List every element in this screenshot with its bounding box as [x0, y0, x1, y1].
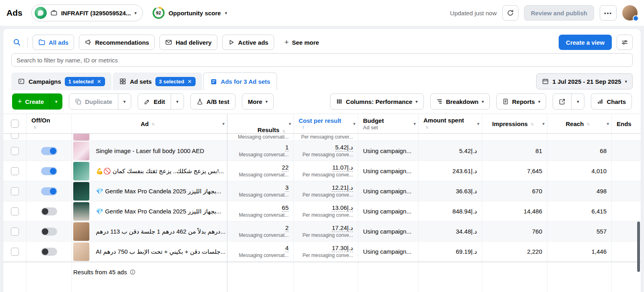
ad-thumbnail	[73, 182, 89, 201]
results-value[interactable]: 3	[285, 184, 289, 192]
filter-see-more[interactable]: + See more	[279, 35, 325, 50]
filter-had-delivery[interactable]: Had delivery	[159, 35, 217, 50]
report-icon	[502, 98, 509, 105]
column-impressions[interactable]: Impressions ↑↓ ▾	[482, 114, 547, 133]
chevron-down-icon: ▾	[353, 121, 355, 126]
date-range-picker[interactable]: 1 Jul 2025 - 21 Sep 2025 ▾	[536, 73, 633, 89]
edit-button-group: Edit ▾	[138, 93, 184, 110]
ad-status-toggle[interactable]	[41, 228, 57, 236]
create-view-button[interactable]: Create a view	[559, 35, 612, 50]
results-value[interactable]: 1	[285, 144, 289, 151]
ad-status-toggle[interactable]	[41, 207, 57, 215]
column-cost-per-result[interactable]: Cost per result ↑ ▾	[294, 114, 358, 133]
table-row: Single image - Laser full body 1000 AED …	[3, 141, 641, 161]
ad-name[interactable]: درهم بدلاً من 462 درهم 1 جلسة دقن ب 113 …	[96, 228, 225, 235]
tab-campaigns[interactable]: Campaigns 1 selected ✕	[11, 72, 111, 90]
edit-button[interactable]: Edit	[138, 94, 171, 109]
ad-name[interactable]: 💎 Gentle Max Pro Candela 2025 بجهاز اللي…	[96, 208, 221, 215]
column-reach[interactable]: Reach ↑↓ ▾	[547, 114, 612, 133]
filter-recommendations[interactable]: Recommendations	[79, 35, 155, 50]
tab-ad-sets[interactable]: Ad sets 3 selected ✕	[113, 72, 202, 90]
cost-per-result-value[interactable]: 12.21د.إ	[332, 184, 353, 192]
ad-thumbnail	[73, 134, 89, 141]
results-value[interactable]: 22	[282, 164, 289, 172]
cost-per-result-value[interactable]: 13.06د.إ	[332, 204, 353, 212]
results-value[interactable]: 2	[285, 224, 289, 232]
column-label: Off/On	[31, 117, 50, 124]
ads-icon	[210, 78, 217, 85]
ad-name[interactable]: AI جلسات دقن + بكيني + تحت الإبط ب 750 د…	[96, 248, 225, 255]
search-icon[interactable]	[11, 38, 23, 46]
cost-per-result-value[interactable]: 17.30د.إ	[332, 244, 353, 252]
chart-icon	[597, 98, 603, 105]
row-checkbox[interactable]	[11, 167, 19, 175]
column-budget[interactable]: Budget Ad set ▾	[358, 114, 419, 133]
export-dropdown-button[interactable]: ▾	[571, 94, 584, 109]
account-selector[interactable]: INFRAFIT (3295059524... ▾	[31, 4, 143, 21]
row-checkbox[interactable]	[11, 248, 19, 256]
info-icon[interactable]	[130, 269, 136, 275]
ab-test-button[interactable]: A/B test	[190, 93, 235, 110]
row-checkbox[interactable]	[11, 134, 19, 139]
search-input[interactable]	[11, 53, 633, 67]
ad-status-toggle[interactable]	[41, 187, 57, 195]
vertical-scrollbar[interactable]	[637, 222, 640, 272]
ad-name[interactable]: Single image - Laser full body 1000 AED	[96, 147, 204, 154]
filter-all-ads[interactable]: All ads	[33, 35, 74, 50]
column-off-on[interactable]: Off/On ↑↓	[27, 114, 72, 133]
export-button-group: ▾	[553, 93, 584, 110]
create-dropdown-button[interactable]: ▾	[50, 93, 62, 110]
reports-button[interactable]: Reports ▾	[496, 93, 546, 110]
column-ad[interactable]: Ad ↑↓ ▾	[72, 114, 227, 133]
refresh-button[interactable]	[502, 5, 518, 21]
row-checkbox[interactable]	[11, 228, 19, 236]
columns-button[interactable]: Columns: Performance ▾	[330, 93, 424, 110]
clear-selection-icon[interactable]: ✕	[97, 79, 101, 84]
review-publish-button[interactable]: Review and publish	[524, 5, 594, 21]
more-options-button[interactable]: •••	[600, 5, 617, 21]
row-checkbox[interactable]	[11, 147, 19, 155]
column-label: Impressions	[492, 120, 528, 127]
user-avatar[interactable]	[622, 5, 638, 21]
megaphone-icon	[85, 39, 92, 46]
cost-per-result-value[interactable]: 5.42د.إ	[335, 144, 353, 151]
edit-dropdown-button[interactable]: ▾	[171, 94, 184, 109]
updated-status: Updated just now	[450, 10, 497, 17]
amount-spent-value: 36.63د.إ	[456, 188, 477, 195]
column-amount-spent[interactable]: Amount spent ↑↓ ▾	[419, 114, 482, 133]
create-button[interactable]: + Create	[12, 93, 50, 110]
more-button[interactable]: More ▾	[242, 93, 274, 110]
grid-icon	[119, 78, 126, 85]
filter-active-ads[interactable]: Active ads	[222, 35, 274, 50]
duplicate-dropdown-button[interactable]: ▾	[118, 94, 131, 109]
clear-selection-icon[interactable]: ✕	[188, 79, 192, 84]
results-value[interactable]: 65	[282, 204, 289, 212]
ad-name[interactable]: 💪🚫 بس يزعج شكلك.. يزعج ثقتك بنفسك كمان!.…	[96, 168, 224, 175]
charts-button[interactable]: Charts	[591, 93, 632, 110]
duplicate-button[interactable]: Duplicate	[69, 94, 118, 109]
select-all-checkbox[interactable]	[11, 120, 19, 128]
export-button[interactable]	[553, 94, 571, 109]
row-checkbox[interactable]	[11, 187, 19, 195]
ad-status-toggle[interactable]	[41, 248, 57, 256]
facebook-badge-icon	[633, 15, 639, 21]
row-checkbox[interactable]	[11, 207, 19, 215]
ad-status-toggle[interactable]	[41, 167, 57, 175]
cost-per-result-value[interactable]: 11.07د.إ	[332, 164, 353, 172]
cost-per-result-value[interactable]: 17.24د.إ	[332, 224, 353, 232]
column-ends[interactable]: Ends	[612, 114, 641, 133]
filter-label: All ads	[49, 39, 68, 46]
results-value[interactable]: 4	[285, 244, 289, 252]
view-settings-button[interactable]	[617, 35, 633, 50]
column-label: Results	[258, 126, 279, 133]
chevron-down-icon: ▾	[413, 121, 416, 126]
tab-ads[interactable]: Ads for 3 Ad sets	[203, 72, 277, 90]
impressions-value: 81	[535, 147, 542, 155]
ad-name[interactable]: 💎 Gentle Max Pro Candela 2025 بجهاز اللي…	[96, 188, 221, 195]
cost-sublabel: Per messaging conver...	[301, 134, 353, 140]
ad-status-toggle[interactable]	[41, 147, 57, 155]
envelope-icon	[165, 39, 172, 46]
breakdown-button[interactable]: Breakdown ▾	[430, 93, 490, 110]
column-results[interactable]: Results ↑↓ ▾	[227, 114, 294, 133]
opportunity-score[interactable]: 92 Opportunity score ▾	[153, 7, 227, 19]
